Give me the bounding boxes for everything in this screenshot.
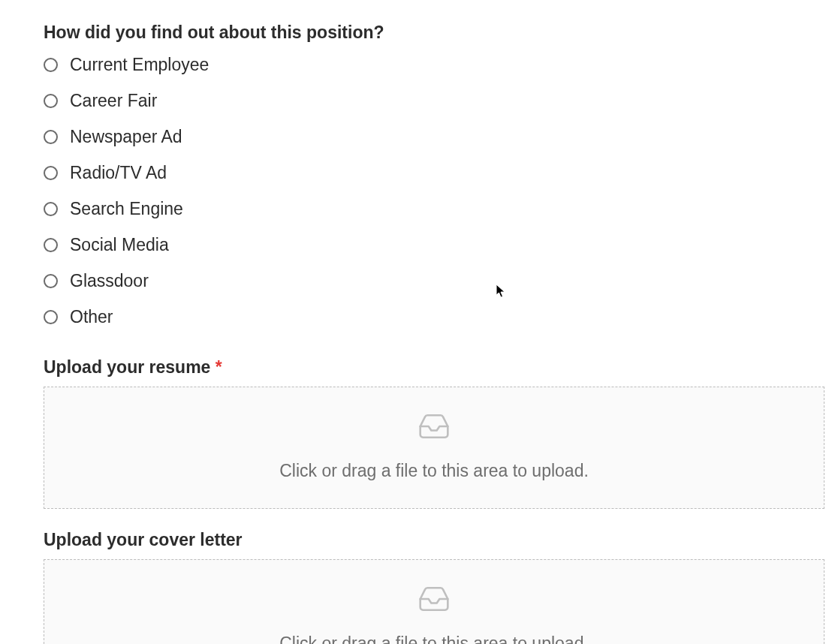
inbox-icon — [417, 582, 451, 618]
radio-option-career-fair[interactable]: Career Fair — [44, 91, 824, 111]
radio-group-how-found: Current Employee Career Fair Newspaper A… — [44, 55, 824, 327]
radio-circle-icon — [44, 202, 58, 216]
question-label: How did you find out about this position… — [44, 23, 824, 43]
radio-option-newspaper-ad[interactable]: Newspaper Ad — [44, 127, 824, 147]
radio-circle-icon — [44, 94, 58, 108]
upload-cover-letter-section: Upload your cover letter Click or drag a… — [44, 530, 824, 644]
radio-option-social-media[interactable]: Social Media — [44, 235, 824, 255]
upload-cover-letter-dropzone[interactable]: Click or drag a file to this area to upl… — [44, 559, 824, 644]
radio-label: Glassdoor — [70, 271, 149, 291]
upload-resume-dropzone[interactable]: Click or drag a file to this area to upl… — [44, 387, 824, 509]
radio-label: Radio/TV Ad — [70, 163, 167, 183]
upload-cover-letter-hint: Click or drag a file to this area to upl… — [279, 633, 589, 644]
radio-label: Career Fair — [70, 91, 157, 111]
upload-resume-hint: Click or drag a file to this area to upl… — [279, 461, 589, 481]
radio-circle-icon — [44, 274, 58, 288]
radio-circle-icon — [44, 310, 58, 324]
radio-option-search-engine[interactable]: Search Engine — [44, 199, 824, 219]
upload-resume-label-text: Upload your resume — [44, 357, 216, 377]
radio-label: Newspaper Ad — [70, 127, 182, 147]
radio-label: Search Engine — [70, 199, 183, 219]
radio-label: Current Employee — [70, 55, 209, 75]
question-how-found: How did you find out about this position… — [44, 23, 824, 327]
upload-resume-label: Upload your resume * — [44, 357, 824, 378]
radio-option-radio-tv-ad[interactable]: Radio/TV Ad — [44, 163, 824, 183]
required-star: * — [216, 357, 222, 377]
upload-cover-letter-label: Upload your cover letter — [44, 530, 824, 550]
radio-circle-icon — [44, 58, 58, 72]
upload-resume-section: Upload your resume * Click or drag a fil… — [44, 357, 824, 509]
radio-label: Social Media — [70, 235, 169, 255]
radio-option-other[interactable]: Other — [44, 307, 824, 327]
inbox-icon — [417, 410, 451, 446]
radio-label: Other — [70, 307, 113, 327]
radio-option-glassdoor[interactable]: Glassdoor — [44, 271, 824, 291]
radio-option-current-employee[interactable]: Current Employee — [44, 55, 824, 75]
radio-circle-icon — [44, 130, 58, 144]
radio-circle-icon — [44, 166, 58, 180]
radio-circle-icon — [44, 238, 58, 252]
